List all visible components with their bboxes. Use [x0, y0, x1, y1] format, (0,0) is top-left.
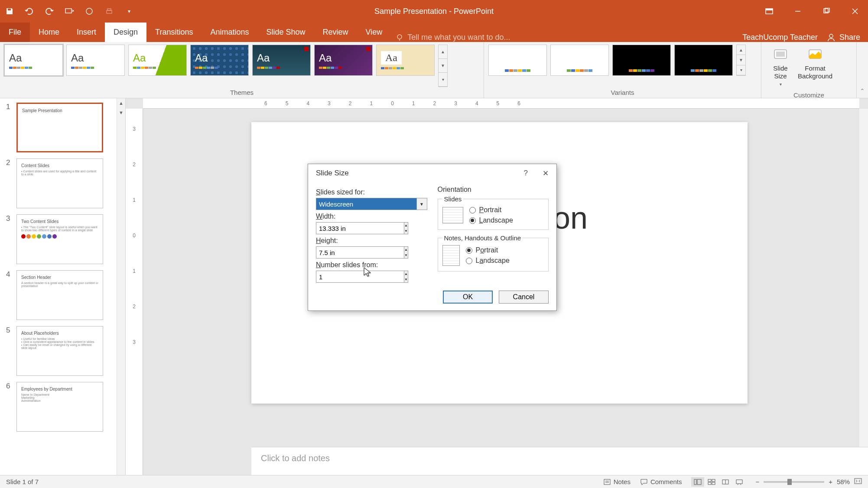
slide-thumb-row[interactable]: 6Employees by DepartmentName In Departme… — [0, 378, 125, 433]
variant-thumb[interactable] — [550, 45, 609, 76]
svg-rect-26 — [736, 480, 742, 484]
redo-icon[interactable] — [44, 6, 55, 16]
slide-thumbnail[interactable]: Section HeaderA section header is a grea… — [16, 270, 103, 320]
canvas-vertical-scrollbar[interactable] — [859, 109, 868, 475]
variant-thumb[interactable] — [674, 45, 733, 76]
ribbon-display-icon[interactable] — [761, 5, 778, 18]
save-icon[interactable] — [4, 6, 15, 16]
zoom-out-icon[interactable]: − — [755, 478, 759, 485]
tab-design[interactable]: Design — [105, 23, 146, 42]
tab-insert[interactable]: Insert — [68, 23, 105, 42]
theme-thumb[interactable]: Aa — [252, 45, 311, 76]
slide-sorter-button[interactable] — [705, 477, 718, 487]
height-input[interactable] — [316, 246, 404, 259]
help-icon[interactable]: ? — [524, 169, 528, 178]
slide-thumbnail[interactable]: Two Content Slides• The "Two Content" sl… — [16, 214, 103, 264]
spin-down-icon[interactable]: ▼ — [404, 277, 408, 282]
theme-thumb[interactable]: Aa — [128, 45, 187, 76]
theme-thumb[interactable]: Aa — [314, 45, 373, 76]
slides-landscape-radio[interactable]: Landscape — [469, 217, 513, 224]
variant-thumb[interactable] — [612, 45, 671, 76]
slide-size-icon — [772, 47, 789, 63]
tab-review[interactable]: Review — [314, 23, 357, 42]
tab-home[interactable]: Home — [30, 23, 68, 42]
spin-down-icon[interactable]: ▼ — [404, 228, 408, 234]
slide-thumbnail[interactable]: Content Slides• Content slides are used … — [16, 158, 103, 208]
format-background-button[interactable]: Format Background — [798, 47, 832, 80]
height-spinner[interactable]: ▲▼ — [316, 246, 364, 259]
close-icon[interactable] — [846, 5, 864, 18]
print-icon[interactable] — [104, 6, 114, 16]
minimize-icon[interactable] — [789, 5, 806, 18]
slide-thumbnail[interactable]: About Placeholders• Useful for familiar … — [16, 326, 103, 376]
notes-portrait-radio[interactable]: Portrait — [466, 246, 510, 254]
comments-toggle[interactable]: Comments — [640, 478, 682, 485]
zoom-value: 58% — [837, 478, 850, 485]
circle-icon[interactable] — [84, 6, 94, 16]
zoom-slider[interactable] — [764, 481, 824, 483]
tab-slideshow[interactable]: Slide Show — [258, 23, 314, 42]
slide-size-button[interactable]: Slide Size ▾ — [772, 47, 789, 87]
fit-to-window-icon[interactable] — [854, 478, 862, 485]
share-button[interactable]: Share — [826, 32, 860, 42]
width-spinner[interactable]: ▲▼ — [316, 222, 364, 234]
slide-number: 6 — [6, 382, 12, 432]
spin-up-icon[interactable]: ▲ — [404, 223, 408, 228]
svg-point-1 — [86, 8, 92, 14]
number-from-input[interactable] — [316, 271, 404, 283]
slide-thumb-row[interactable]: 2Content Slides• Content slides are used… — [0, 154, 125, 210]
status-bar: Slide 1 of 7 Notes Comments − + 58% — [0, 475, 868, 488]
tab-animations[interactable]: Animations — [202, 23, 257, 42]
spin-up-icon[interactable]: ▲ — [404, 271, 408, 277]
variants-group-label: Variants — [488, 87, 757, 96]
tab-transitions[interactable]: Transitions — [146, 23, 202, 42]
close-icon[interactable]: ✕ — [543, 169, 549, 178]
reading-view-button[interactable] — [719, 477, 732, 487]
slide-thumb-row[interactable]: 3Two Content Slides• The "Two Content" s… — [0, 210, 125, 266]
theme-thumb[interactable]: Aa — [376, 45, 435, 76]
tab-file[interactable]: File — [0, 23, 30, 42]
tell-me-search[interactable]: Tell me what you want to do... — [395, 33, 510, 42]
cancel-button[interactable]: Cancel — [499, 291, 549, 304]
user-name[interactable]: TeachUcomp Teacher — [742, 33, 818, 42]
slide-thumbnail[interactable]: Employees by DepartmentName In Departmen… — [16, 382, 103, 432]
spin-up-icon[interactable]: ▲ — [404, 247, 408, 252]
variant-thumb[interactable] — [488, 45, 547, 76]
number-from-spinner[interactable]: ▲▼ — [316, 271, 355, 283]
collapse-ribbon-icon[interactable]: ⌃ — [857, 42, 868, 98]
zoom-in-icon[interactable]: + — [829, 478, 832, 485]
share-icon — [826, 32, 836, 42]
notes-landscape-radio[interactable]: Landscape — [466, 257, 510, 265]
theme-thumb[interactable]: Aa — [4, 45, 63, 76]
slides-portrait-radio[interactable]: Portrait — [469, 206, 513, 214]
chevron-down-icon[interactable]: ▼ — [417, 198, 427, 210]
thumbnails-scrollbar[interactable]: ▲ ▼ — [117, 98, 125, 475]
notes-toggle[interactable]: Notes — [603, 478, 631, 485]
qat-customize-icon[interactable]: ▾ — [124, 6, 134, 16]
slide-thumb-row[interactable]: 1Sample Presentation — [0, 98, 125, 154]
slide-thumb-row[interactable]: 5About Placeholders• Useful for familiar… — [0, 322, 125, 378]
slideshow-view-button[interactable] — [733, 477, 746, 487]
zoom-control[interactable]: − + 58% — [755, 478, 862, 485]
themes-scroll[interactable]: ▲▼▾ — [438, 45, 448, 87]
tab-view[interactable]: View — [357, 23, 391, 42]
slide-thumb-row[interactable]: 4Section HeaderA section header is a gre… — [0, 266, 125, 322]
spin-down-icon[interactable]: ▼ — [404, 252, 408, 258]
theme-thumb[interactable]: Aa — [190, 45, 249, 76]
notes-orientation-group: Notes, Handouts & Outline Portrait Lands… — [438, 234, 549, 271]
notes-pane[interactable]: Click to add notes — [251, 447, 868, 475]
maximize-icon[interactable] — [818, 5, 835, 18]
theme-thumb[interactable]: Aa — [66, 45, 125, 76]
ok-button[interactable]: OK — [443, 291, 493, 304]
page-landscape-icon — [442, 207, 463, 223]
undo-icon[interactable] — [24, 6, 35, 16]
normal-view-button[interactable] — [691, 477, 704, 487]
sized-for-input[interactable] — [316, 198, 417, 210]
start-from-beginning-icon[interactable] — [64, 6, 75, 16]
notes-placeholder: Click to add notes — [261, 453, 330, 463]
width-input[interactable] — [316, 222, 404, 234]
slide-thumbnail[interactable]: Sample Presentation — [16, 103, 103, 152]
svg-rect-3 — [107, 9, 111, 10]
variants-scroll[interactable]: ▲▼▾ — [736, 45, 746, 76]
sized-for-combo[interactable]: ▼ — [316, 198, 427, 210]
